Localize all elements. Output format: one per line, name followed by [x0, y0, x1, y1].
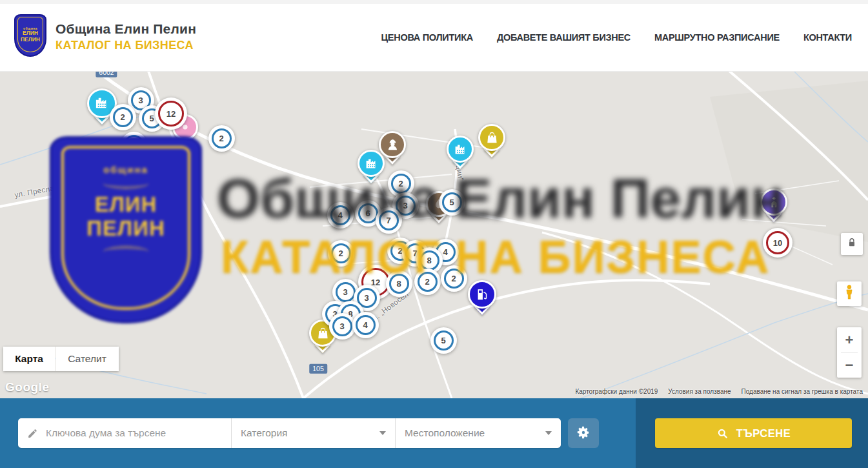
- logo-shield-inner: община ЕЛИН ПЕЛИН: [17, 17, 43, 52]
- nav-item-route-schedule[interactable]: МАРШРУТНО РАЗПИСАНИЕ: [654, 32, 780, 43]
- pin-marker-factory[interactable]: [358, 150, 385, 187]
- keyword-field: [18, 418, 231, 448]
- cluster-count: 2: [391, 174, 411, 194]
- fuel-icon: [475, 287, 489, 301]
- cluster-marker[interactable]: 10: [763, 228, 792, 258]
- cluster-count: 6: [358, 203, 378, 223]
- map-type-control: Карта Сателит: [3, 347, 119, 371]
- factory-icon: [454, 143, 467, 156]
- cluster-count: 5: [434, 331, 454, 351]
- map-canvas[interactable]: 6002105ул. Преславбул. „Новоселции" 3251…: [0, 71, 868, 398]
- pegman-icon: [842, 284, 856, 303]
- zoom-control: + −: [837, 327, 862, 378]
- main-nav: ЦЕНОВА ПОЛИТИКА ДОБАВЕТЕ ВАШИЯТ БИЗНЕС М…: [381, 4, 852, 71]
- search-bar: ТЪРСЕНЕ Категория Местоположение: [0, 398, 868, 468]
- worker-icon: [386, 138, 399, 152]
- cluster-count: 10: [766, 231, 789, 254]
- site-title: Община Елин Пелин: [56, 21, 196, 37]
- location-dropdown[interactable]: Местоположение: [395, 418, 561, 448]
- advanced-search-button[interactable]: [568, 418, 599, 448]
- chevron-down-icon: [545, 431, 552, 435]
- logo-line2: ПЕЛИН: [21, 37, 40, 43]
- map-type-satellite-button[interactable]: Сателит: [56, 347, 119, 371]
- chevron-down-icon: [379, 431, 386, 435]
- cluster-count: 2: [124, 135, 144, 155]
- pin-marker-fuel[interactable]: [468, 280, 496, 318]
- lock-control[interactable]: [841, 233, 863, 255]
- cluster-count: 4: [356, 315, 376, 335]
- pin-circle: [468, 280, 496, 309]
- factory-icon: [365, 157, 378, 170]
- location-dropdown-value: Местоположение: [405, 427, 485, 439]
- cluster-count: 4: [330, 205, 350, 225]
- site-subtitle: КАТАЛОГ НА БИЗНЕСА: [56, 39, 196, 52]
- cluster-marker[interactable]: 12: [155, 97, 187, 130]
- cluster-count: 8: [389, 274, 409, 294]
- pin-circle: [358, 150, 385, 177]
- cluster-count: 2: [113, 107, 133, 127]
- cluster-count: 7: [379, 210, 399, 230]
- search-button[interactable]: ТЪРСЕНЕ: [655, 418, 852, 448]
- zoom-in-button[interactable]: +: [837, 328, 862, 352]
- cluster-marker[interactable]: 2: [110, 104, 136, 130]
- pin-marker-shopping-bag[interactable]: [478, 124, 505, 161]
- shopping-bag-icon: [316, 327, 330, 340]
- search-bar-right-panel: ТЪРСЕНЕ: [636, 398, 868, 468]
- gear-icon: [576, 425, 590, 442]
- header: община ЕЛИН ПЕЛИН Община Елин Пелин КАТА…: [0, 4, 868, 72]
- factory-icon: [94, 96, 109, 110]
- cluster-marker[interactable]: 7: [376, 207, 402, 234]
- page-top-strip: [0, 0, 868, 4]
- attribution-terms-link[interactable]: Условия за ползване: [668, 388, 731, 395]
- cluster-count: 5: [442, 192, 462, 212]
- cluster-marker[interactable]: 8: [386, 270, 412, 297]
- cluster-count: 3: [336, 282, 356, 302]
- cluster-marker[interactable]: 2: [328, 240, 354, 267]
- nav-item-pricing[interactable]: ЦЕНОВА ПОЛИТИКА: [381, 32, 473, 43]
- cluster-marker[interactable]: 2: [414, 269, 441, 295]
- attribution-copyright: Картографски данни ©2019: [575, 388, 658, 395]
- shopping-bag-icon: [485, 131, 499, 145]
- brand-block: Община Елин Пелин КАТАЛОГ НА БИЗНЕСА: [56, 21, 196, 52]
- cluster-marker[interactable]: 3: [329, 313, 356, 340]
- cluster-marker[interactable]: 2: [208, 125, 235, 152]
- church-icon: [767, 196, 781, 209]
- cluster-count: 2: [418, 272, 438, 292]
- keyword-input[interactable]: [45, 427, 225, 440]
- search-fields: Категория Местоположение: [18, 418, 561, 448]
- cluster-marker[interactable]: 4: [352, 312, 379, 338]
- cluster-count: 2: [331, 243, 351, 263]
- cluster-marker[interactable]: 2: [121, 132, 147, 158]
- lock-icon: [847, 238, 856, 250]
- street-view-pegman[interactable]: [837, 281, 862, 306]
- nav-item-contacts[interactable]: КОНТАКТИ: [803, 32, 852, 43]
- pin-marker-church[interactable]: [760, 188, 787, 225]
- map-markers: 32512222356472274812822333834510: [0, 71, 868, 398]
- google-logo[interactable]: Google: [5, 380, 49, 394]
- map-attribution: Картографски данни ©2019 Условия за полз…: [575, 388, 863, 395]
- cluster-marker[interactable]: 5: [430, 327, 457, 354]
- search-button-label: ТЪРСЕНЕ: [736, 427, 791, 440]
- cluster-marker[interactable]: 2: [441, 265, 467, 292]
- cluster-count: 12: [158, 101, 184, 127]
- municipality-logo[interactable]: община ЕЛИН ПЕЛИН: [14, 14, 46, 57]
- cluster-marker[interactable]: 5: [439, 189, 465, 216]
- pencil-icon: [27, 428, 38, 439]
- category-dropdown-value: Категория: [241, 427, 287, 439]
- cluster-count: 2: [212, 128, 232, 148]
- pin-circle: [760, 188, 787, 216]
- map-type-map-button[interactable]: Карта: [3, 347, 55, 371]
- cluster-count: 2: [444, 269, 464, 289]
- cluster-marker[interactable]: 4: [327, 202, 354, 229]
- search-icon: [716, 427, 729, 440]
- cluster-count: 3: [332, 316, 352, 336]
- pin-circle: [447, 136, 474, 163]
- nav-item-add-business[interactable]: ДОБАВЕТЕ ВАШИЯТ БИЗНЕС: [497, 32, 631, 43]
- category-dropdown[interactable]: Категория: [231, 418, 395, 448]
- pin-marker-factory[interactable]: [447, 136, 474, 172]
- pin-circle: [478, 124, 505, 151]
- zoom-out-button[interactable]: −: [837, 353, 862, 378]
- attribution-report-error-link[interactable]: Подаване на сигнал за грешка в картата: [742, 388, 863, 395]
- cluster-count: 8: [419, 250, 439, 270]
